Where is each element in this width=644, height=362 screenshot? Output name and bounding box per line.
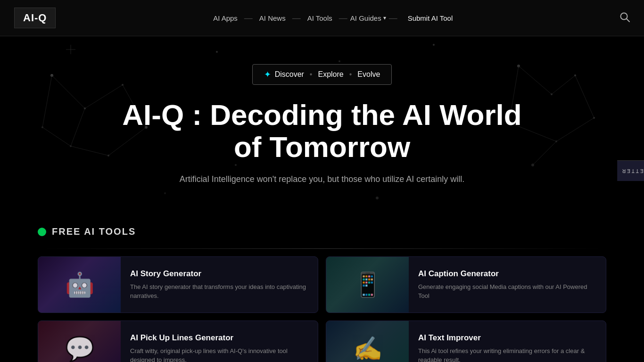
tool-name-pickup: AI Pick Up Lines Generator <box>130 333 308 343</box>
tool-name-caption: AI Caption Generator <box>418 269 596 279</box>
svg-line-15 <box>42 75 52 127</box>
hero-title: AI-Q : Decoding the AI World of Tomorrow <box>110 99 534 163</box>
spark-icon: ✦ <box>264 69 271 80</box>
tool-info-story: AI Story Generator The AI story generato… <box>121 257 318 313</box>
tool-info-improver: AI Text Improver This Ai tool refines yo… <box>409 321 606 362</box>
logo[interactable]: AI-Q <box>14 8 56 28</box>
section-dot-icon <box>38 228 46 236</box>
dot-2: • <box>349 70 352 79</box>
tool-name-improver: AI Text Improver <box>418 333 596 343</box>
tool-desc-improver: This Ai tool refines your writing elimin… <box>418 346 596 362</box>
discover-text: Discover <box>275 70 304 79</box>
free-ai-tools-section: FREE AI TOOLS AI Story Generator The AI … <box>0 222 644 362</box>
tool-thumbnail-improver: AI TEXT IMPROVER <box>326 321 409 362</box>
hero-subtitle: Artificial Intelligence won't replace yo… <box>176 174 468 184</box>
tool-info-caption: AI Caption Generator Generate engaging s… <box>409 257 606 313</box>
svg-line-26 <box>575 75 594 118</box>
section-header: FREE AI TOOLS <box>38 226 606 237</box>
main-nav: AI Apps — AI News — AI Tools — AI Guides… <box>209 13 456 23</box>
nav-item-ai-tools[interactable]: AI Tools <box>304 14 336 22</box>
nav-sep-1: — <box>244 13 253 23</box>
tool-desc-caption: Generate engaging social Media captions … <box>418 282 596 301</box>
header: AI-Q AI Apps — AI News — AI Tools — AI G… <box>0 0 644 36</box>
hero-content: ✦ Discover • Explore • Evolve AI-Q : Dec… <box>100 45 544 213</box>
tools-grid: AI Story Generator The AI story generato… <box>38 256 606 362</box>
nav-item-ai-guides[interactable]: AI Guides ▾ <box>350 14 386 22</box>
tool-card-ai-caption-generator[interactable]: AI Caption Generator Generate engaging s… <box>326 256 606 313</box>
evolve-text: Evolve <box>357 70 380 79</box>
tool-desc-story: The AI story generator that transforms y… <box>130 282 308 301</box>
svg-line-1 <box>627 19 629 22</box>
section-title: FREE AI TOOLS <box>52 226 136 237</box>
nav-sep-4: — <box>389 13 397 23</box>
nav-item-ai-apps[interactable]: AI Apps <box>209 14 241 22</box>
tool-info-pickup: AI Pick Up Lines Generator Craft witty, … <box>121 321 318 362</box>
tool-card-ai-text-improver[interactable]: AI TEXT IMPROVER AI Text Improver This A… <box>326 321 606 362</box>
tool-desc-pickup: Craft witty, original pick-up lines with… <box>130 346 308 362</box>
svg-line-25 <box>552 75 575 94</box>
discover-badge: ✦ Discover • Explore • Evolve <box>252 64 392 85</box>
tool-name-story: AI Story Generator <box>130 269 308 279</box>
tool-thumbnail-story <box>38 257 121 313</box>
dropdown-arrow-icon: ▾ <box>383 15 386 21</box>
tool-thumbnail-pickup <box>38 321 121 362</box>
explore-text: Explore <box>318 70 343 79</box>
newsletter-tab[interactable]: NEWSLETTER <box>617 160 644 181</box>
nav-item-submit-ai-tool[interactable]: Submit AI Tool <box>404 14 457 22</box>
nav-item-ai-news[interactable]: AI News <box>256 14 289 22</box>
tool-thumbnail-caption <box>326 257 409 313</box>
nav-sep-2: — <box>292 13 301 23</box>
tool-card-ai-pickup-lines[interactable]: AI Pick Up Lines Generator Craft witty, … <box>38 321 318 362</box>
tool-card-ai-story-generator[interactable]: AI Story Generator The AI story generato… <box>38 256 318 313</box>
svg-line-27 <box>556 118 594 141</box>
svg-line-14 <box>42 127 71 146</box>
nav-sep-3: — <box>339 13 347 23</box>
dot-1: • <box>310 70 313 79</box>
search-icon[interactable] <box>619 12 630 24</box>
svg-line-16 <box>71 108 85 146</box>
svg-line-9 <box>52 75 85 108</box>
